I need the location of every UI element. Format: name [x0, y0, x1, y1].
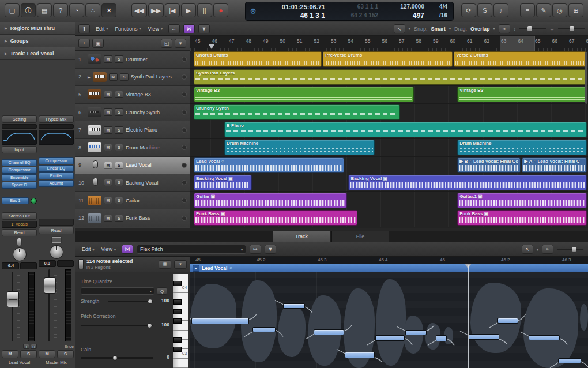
volume-fader[interactable]	[39, 268, 74, 343]
plugin-slot-channel-eq[interactable]: Channel EQ	[2, 159, 37, 166]
drag-select[interactable]: Overlap	[470, 26, 490, 32]
mute-button[interactable]: M	[104, 197, 112, 204]
midi-in-icon[interactable]: ∴	[168, 24, 180, 33]
flex-mode-select[interactable]: Flex Pitch ▾	[137, 245, 246, 254]
snap-select[interactable]: Smart	[431, 26, 446, 32]
volume-value[interactable]: -6.4	[2, 262, 19, 269]
record-enable-dot[interactable]	[182, 92, 187, 97]
bounce-button[interactable]: Bnce	[39, 344, 74, 349]
track-header-drum-machine[interactable]: 8MSDrum Machine	[75, 139, 190, 157]
sidebar-section-region-midi-thru[interactable]: ▶Region: MIDI Thru	[0, 22, 75, 35]
sidebar-section-groups[interactable]: ▶Groups	[0, 35, 75, 47]
strength-slider[interactable]	[108, 301, 153, 302]
flex-pitch-note[interactable]	[314, 329, 344, 335]
region-lead-vocal-final-co[interactable]: ▶ B ∴ Lead Vocal: Final Co	[457, 157, 521, 173]
track-lane-funk-bass[interactable]: Funk Bass ▣Funk Bass ▣	[190, 209, 588, 227]
record-enable-dot[interactable]	[182, 163, 187, 168]
channel-setting-button[interactable]: Setting	[2, 115, 37, 123]
region-guitar-1[interactable]: Guitar.1 ▣	[457, 193, 587, 208]
flex-pitch-note[interactable]	[436, 335, 447, 341]
mute-button[interactable]: M	[104, 55, 112, 63]
region-backing-vocal[interactable]: Backing Vocal ▣	[348, 175, 587, 190]
record-enable-dot[interactable]	[182, 198, 187, 203]
pan-knob[interactable]	[50, 245, 63, 259]
piano-black-key[interactable]	[173, 337, 182, 343]
track-lane-drummer[interactable]: Chorus DrumsPre-verse DrumsVerse 2 Drums	[190, 51, 588, 69]
vertical-scrollbar[interactable]	[585, 52, 587, 104]
menu-edit[interactable]: Edit▾	[80, 245, 97, 253]
editor-region-header[interactable]: ▶ Lead Vocal ○	[190, 264, 588, 272]
plugin-slot-exciter[interactable]: Exciter	[39, 172, 74, 179]
browsers-icon[interactable]: ⊞	[568, 3, 583, 17]
track-header-synth-pad-layers[interactable]: 2▶MSSynth Pad Layers	[75, 69, 190, 87]
mute-button[interactable]: M	[104, 179, 112, 186]
flex-pitch-note[interactable]	[191, 318, 249, 324]
track-header-vintage-b3[interactable]: 5MSVintage B3	[75, 86, 190, 104]
region-e-piano[interactable]: E-Piano	[224, 122, 587, 137]
fader-handle[interactable]	[7, 291, 19, 307]
editor-zoom-slider[interactable]	[557, 249, 583, 250]
plugin-slot-linear-eq[interactable]: Linear EQ	[39, 165, 74, 172]
piano-black-key[interactable]	[173, 309, 182, 314]
region-crunchy-synth[interactable]: Crunchy Synth	[194, 104, 400, 120]
flex-pitch-note[interactable]	[529, 335, 560, 340]
track-zoom-button[interactable]: ◱	[161, 39, 172, 48]
output-slot[interactable]: Stereo Out	[2, 212, 37, 220]
note-pads-icon[interactable]: ✎	[536, 3, 551, 17]
region-lead-vocal-final-c[interactable]: ▶ A ∴ Lead Vocal: Final C	[522, 157, 587, 173]
send-slot[interactable]: Bus 1	[2, 197, 29, 204]
apple-loops-icon[interactable]: ◎	[552, 3, 567, 17]
region-play-icon[interactable]: ▶	[193, 265, 199, 272]
track-lane-electric-piano[interactable]: E-Piano	[190, 121, 588, 139]
solo-button[interactable]: S	[115, 179, 123, 186]
region-verse-2-drums[interactable]: Verse 2 Drums	[454, 51, 587, 67]
plugin-slot-compressor[interactable]: Compressor	[39, 157, 74, 164]
track-lane-drum-machine[interactable]: Drum MachineDrum Machine	[190, 139, 588, 157]
editor-playhead[interactable]	[468, 265, 469, 368]
mute-button[interactable]: M	[104, 126, 112, 134]
record-enable-dot[interactable]	[182, 216, 187, 221]
record-enable-button[interactable]: R	[31, 344, 37, 349]
group-slot[interactable]: 1: Vocals	[2, 221, 37, 228]
flex-pitch-note[interactable]	[468, 334, 499, 340]
record-enable-dot[interactable]	[182, 110, 187, 115]
region-backing-vocal[interactable]: Backing Vocal ▣	[194, 175, 252, 190]
region-lead-vocal[interactable]: Lead Vocal ○	[194, 157, 344, 173]
library-icon[interactable]: ▤	[37, 3, 52, 17]
solo-button[interactable]: S	[120, 73, 129, 81]
eq-thumbnail[interactable]	[2, 130, 37, 145]
bar-ruler[interactable]: 4546474849505152535455565758596061626364…	[190, 36, 588, 51]
track-lane-crunchy-synth[interactable]: Crunchy Synth	[190, 104, 588, 122]
solo-button[interactable]: S	[115, 162, 123, 169]
plugin-slot-ensemble[interactable]: Ensemble	[2, 174, 37, 181]
track-header-crunchy-synth[interactable]: 6MSCrunchy Synth	[75, 104, 190, 122]
cycle-icon[interactable]: ⟳	[461, 3, 476, 17]
record-enable-dot[interactable]	[182, 57, 187, 62]
inspector-icon[interactable]: ⓘ	[21, 3, 36, 17]
lcd-gear-icon[interactable]: ⚙	[246, 2, 261, 20]
record-enable-dot[interactable]	[182, 74, 187, 80]
flex-pitch-note[interactable]	[497, 318, 518, 324]
track-lane-guitar[interactable]: Guitar ▣Guitar.1 ▣	[190, 192, 588, 210]
mute-button[interactable]: M	[104, 108, 112, 116]
track-lane-backing-vocal[interactable]: Backing Vocal ▣Backing Vocal ▣	[190, 174, 588, 192]
horizontal-zoom-slider[interactable]	[558, 28, 585, 29]
mute-button[interactable]: M	[109, 73, 118, 81]
pitch-correction-slider[interactable]	[81, 325, 153, 326]
more-options-button[interactable]: ▾	[174, 260, 187, 269]
piano-keyboard[interactable]: C4C3	[173, 274, 188, 368]
track-header-electric-piano[interactable]: 7MSElectric Piano	[75, 121, 190, 139]
channel-setting-button[interactable]: Hyped Mix	[39, 115, 74, 123]
tab-track[interactable]: Track	[273, 231, 330, 242]
autopunch-icon[interactable]: S	[477, 3, 492, 17]
plugin-slot-space-d[interactable]: Space D	[2, 182, 37, 189]
piano-key-b2[interactable]	[173, 359, 188, 368]
region-guitar[interactable]: Guitar ▣	[194, 193, 347, 208]
track-lane-synth-pad-layers[interactable]: Synth Pad Layers	[190, 69, 588, 87]
record-enable-dot[interactable]	[182, 145, 187, 150]
time-quantize-select[interactable]: ▾	[81, 287, 154, 295]
play-button[interactable]: ▶	[181, 3, 196, 17]
track-lane-lead-vocal[interactable]: Lead Vocal ○▶ B ∴ Lead Vocal: Final Co▶ …	[190, 157, 588, 175]
track-lane-vintage-b3[interactable]: Vintage B3Vintage B3	[190, 86, 588, 104]
input-monitor-button[interactable]: I	[23, 344, 29, 349]
